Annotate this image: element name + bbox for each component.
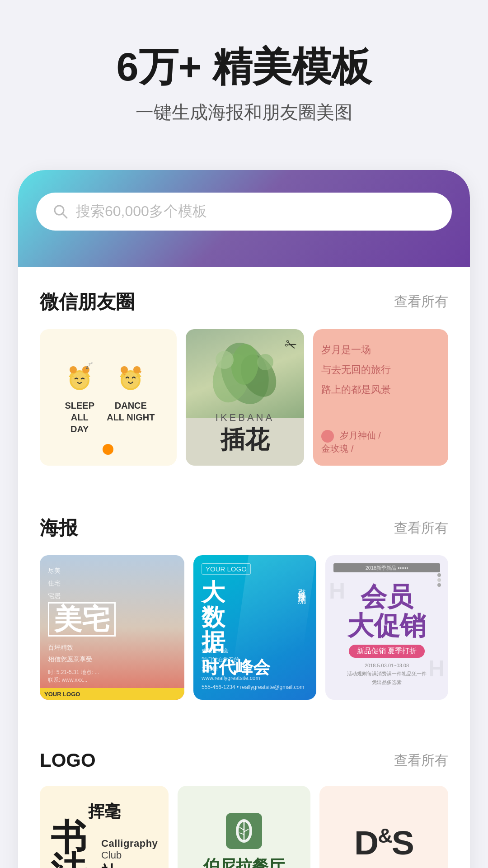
app-card: 搜索60,000多个模板 微信朋友圈 查看所有 xyxy=(18,170,470,868)
poster-section: 海报 查看所有 尽美住宅宅居 美宅 百坪精致相信您愿意享受 时: 5.21-5.… xyxy=(18,493,470,700)
logo-section-header: LOGO 查看所有 xyxy=(40,750,448,771)
poster3-main: 会员大促销 xyxy=(347,582,426,640)
sleep-group: z z z SLEEPALLDAY xyxy=(61,360,98,435)
wechat-card-sleep-dance[interactable]: z z z SLEEPALLDAY xyxy=(40,329,177,466)
poster1-bg: 尽美住宅宅居 美宅 百坪精致相信您愿意享受 时: 5.21-5.31 地点: .… xyxy=(40,555,184,700)
wechat-section-header: 微信朋友圈 查看所有 xyxy=(40,289,448,315)
poem-text: 岁月是一场与去无回的旅行路上的都是风景 xyxy=(321,340,440,422)
leaf-icon xyxy=(233,817,255,844)
sleeping-cat-icon: z z z xyxy=(61,360,98,396)
wechat-grid: z z z SLEEPALLDAY xyxy=(40,329,448,466)
ikebana-zh: 插花 xyxy=(216,424,274,457)
wechat-card-ikebana[interactable]: ✂ IKEBANA 插花 xyxy=(186,329,305,466)
poster-section-header: 海报 查看所有 xyxy=(40,515,448,541)
poster3-content: 2018新季新品 •••••• H H 会员大促销 新品促销 夏季打折 2018… xyxy=(325,555,448,700)
logo-grid: 挥毫 书法 Calligraphy Club 社 # 书法社 xyxy=(40,786,448,868)
logo-title: LOGO xyxy=(40,750,96,771)
logo-card-ds[interactable]: D&S 2020.05.30 xyxy=(319,786,448,868)
calli-zh-group: 挥毫 xyxy=(88,803,121,820)
logo-card-restaurant[interactable]: 伯尼拉餐厅 健康轻食 xyxy=(178,786,310,868)
restaurant-zh: 伯尼拉餐厅 xyxy=(203,855,285,868)
poster2-logo: YOUR LOGO xyxy=(202,563,251,575)
dance-label: DANCEALL NIGHT xyxy=(107,400,155,423)
poster-more[interactable]: 查看所有 xyxy=(394,519,448,538)
sleep-label: SLEEPALLDAY xyxy=(65,400,94,435)
logo-section: LOGO 查看所有 挥毫 书法 Calligraphy Club 社 xyxy=(18,727,470,868)
svg-point-3 xyxy=(71,372,88,388)
hero-subtitle: 一键生成海报和朋友圈美图 xyxy=(27,100,461,125)
ikebana-text: IKEBANA 插花 xyxy=(216,412,274,457)
poster-title: 海报 xyxy=(40,515,78,541)
poster-card-3[interactable]: 2018新季新品 •••••• H H 会员大促销 新品促销 夏季打折 2018… xyxy=(325,555,448,700)
wechat-card-poem[interactable]: 岁月是一场与去无回的旅行路上的都是风景 岁月神仙 /金玫瑰 / xyxy=(313,329,448,466)
poster1-side-text: 尽美住宅宅居 xyxy=(48,564,176,602)
poster-grid: 尽美住宅宅居 美宅 百坪精致相信您愿意享受 时: 5.21-5.31 地点: .… xyxy=(40,555,448,700)
restaurant-icon xyxy=(226,813,262,849)
calligraphy-logo-top: 挥毫 xyxy=(88,803,121,820)
restaurant-name: 伯尼拉餐厅 健康轻食 xyxy=(203,855,285,868)
orange-dot xyxy=(103,444,113,455)
poster2-main: 大数据 xyxy=(202,580,308,654)
svg-point-23 xyxy=(216,351,234,369)
poem-author: 岁月神仙 /金玫瑰 / xyxy=(321,429,440,455)
wechat-section: 微信朋友圈 查看所有 xyxy=(18,267,470,466)
poster3-corner-deco xyxy=(437,573,441,587)
search-icon xyxy=(52,203,69,220)
ikebana-leaves-bg: ✂ xyxy=(186,329,305,418)
ikebana-en: IKEBANA xyxy=(216,412,274,424)
poster1-desc: 百坪精致相信您愿意享受 xyxy=(48,642,176,665)
logo-more[interactable]: 查看所有 xyxy=(394,751,448,770)
svg-line-1 xyxy=(62,213,67,218)
search-placeholder: 搜索60,000多个模板 xyxy=(76,202,207,222)
poster-card-1[interactable]: 尽美住宅宅居 美宅 百坪精致相信您愿意享受 时: 5.21-5.31 地点: .… xyxy=(40,555,184,700)
dance-group: ★ ★ DANCEALL NIGHT xyxy=(107,360,155,423)
poster-card-2[interactable]: YOUR LOGO 大数据 时代峰会 引领科技潮流 大数据峰会我们站在学习的大数… xyxy=(193,555,316,700)
calligraphy-logo-middle: 书法 Calligraphy Club 社 xyxy=(51,821,158,868)
poster1-main: 美宅 xyxy=(48,602,116,637)
calli-en-block: Calligraphy Club 社 xyxy=(101,838,158,868)
poster3-dates: 2018.5.03.01~03.08活动规则每满消费满一件礼品凭一件凭出品多选素 xyxy=(347,661,427,687)
svg-point-17 xyxy=(121,366,128,373)
svg-point-6 xyxy=(70,366,77,373)
leaves-illustration xyxy=(200,337,290,410)
wechat-more[interactable]: 查看所有 xyxy=(394,292,448,311)
svg-point-18 xyxy=(133,366,141,373)
hero-section: 6万+ 精美模板 一键生成海报和朋友圈美图 xyxy=(0,0,488,152)
search-bar[interactable]: 搜索60,000多个模板 xyxy=(36,193,452,231)
wechat-title: 微信朋友圈 xyxy=(40,289,135,315)
poster3-sub: 新品促销 夏季打折 xyxy=(349,645,425,658)
search-header: 搜索60,000多个模板 xyxy=(18,170,470,267)
hero-title: 6万+ 精美模板 xyxy=(27,45,461,89)
svg-text:z: z xyxy=(91,361,93,365)
svg-point-24 xyxy=(257,354,273,370)
poster1-bottom: YOUR LOGO xyxy=(40,688,184,700)
poster3-topbar: 2018新季新品 •••••• xyxy=(333,563,440,572)
dancing-cat-icon: ★ ★ xyxy=(113,360,149,396)
poster2-bottom: 大数据峰会我们站在学习的大数据www.reallygreatsite.com55… xyxy=(202,646,308,692)
poster3-main-area: 会员大促销 新品促销 夏季打折 2018.5.03.01~03.08活动规则每满… xyxy=(333,577,440,692)
ds-letters: D&S xyxy=(354,826,413,860)
logo-card-calligraphy[interactable]: 挥毫 书法 Calligraphy Club 社 # 书法社 xyxy=(40,786,169,868)
poster1-date: 时: 5.21-5.31 地点: ...联系: www.xxx... xyxy=(48,669,176,684)
poster2-content: YOUR LOGO 大数据 时代峰会 引领科技潮流 大数据峰会我们站在学习的大数… xyxy=(193,555,316,700)
poster2-side: 引领科技潮流 xyxy=(295,582,308,590)
